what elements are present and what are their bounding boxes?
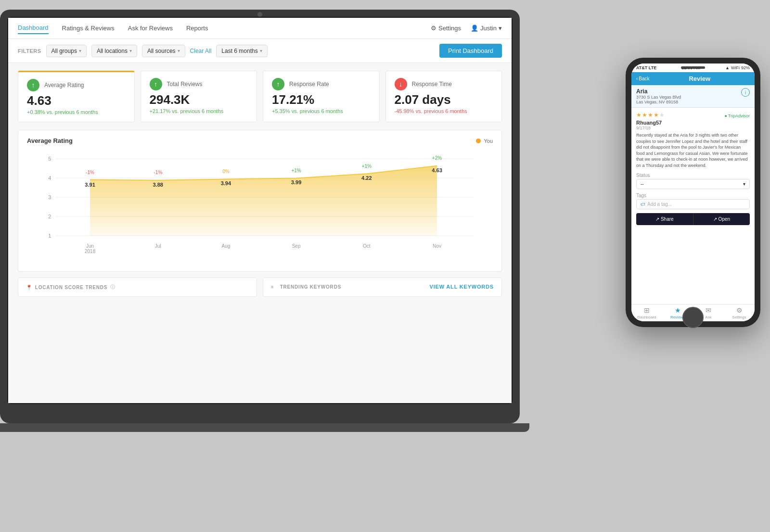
svg-text:Oct: Oct [363, 243, 371, 249]
svg-text:4.63: 4.63 [432, 167, 442, 173]
period-filter[interactable]: Last 6 months ▾ [216, 45, 267, 57]
trending-icon: ≡ [271, 284, 274, 290]
tags-input[interactable]: 🏷 Add a tag... [636, 199, 750, 209]
business-header: Aria 3730 S Las Vegas Blvd Las Vegas, NV… [631, 85, 755, 108]
sources-filter[interactable]: All sources ▾ [142, 45, 185, 57]
metric-card-average-rating: ↑ Average Rating 4.63 +0.38% vs. previou… [18, 71, 135, 122]
svg-text:1: 1 [48, 233, 51, 239]
chevron-left-icon: ‹ [636, 76, 638, 81]
svg-text:Aug: Aug [221, 243, 230, 249]
metric-card-response-rate: ↑ Response Rate 17.21% +5.35% vs. previo… [263, 71, 380, 122]
phone-device: AT&T LTE 11:03 AM ▲ WiFi 92% ‹ Back Revi… [626, 58, 760, 327]
legend-dot [476, 139, 481, 143]
info-button[interactable]: i [741, 88, 750, 97]
trending-keywords: ≡ TRENDING KEYWORDS View all keywords [263, 278, 502, 297]
metric-change: +21.17% vs. previous 6 months [150, 108, 248, 114]
metric-change: -45.98% vs. previous 6 months [395, 108, 493, 114]
tag-icon: 🏷 [641, 202, 645, 207]
svg-text:3.88: 3.88 [153, 182, 163, 188]
star-4: ★ [654, 112, 659, 118]
status-select[interactable]: -- ▾ [636, 179, 750, 189]
back-button[interactable]: ‹ Back [636, 76, 650, 81]
star-3: ★ [648, 112, 653, 118]
svg-text:4: 4 [48, 175, 51, 181]
chart-legend: You [476, 138, 493, 144]
gear-icon: ⚙ [431, 25, 436, 32]
nav-right: ⚙ Settings 👤 Justin ▾ [431, 25, 502, 32]
business-address: 3730 S Las Vegas Blvd [636, 95, 681, 100]
nav-reports[interactable]: Reports [186, 23, 208, 34]
metric-value: 294.3K [150, 92, 248, 107]
phone-screen: AT&T LTE 11:03 AM ▲ WiFi 92% ‹ Back Revi… [631, 63, 755, 321]
average-rating-chart: Average Rating You [18, 130, 502, 272]
svg-text:Nov: Nov [433, 243, 441, 249]
review-date: 9/17/18 [636, 126, 750, 130]
svg-text:3.91: 3.91 [85, 182, 95, 188]
tripadvisor-icon: ● [724, 114, 727, 118]
svg-text:Jul: Jul [155, 243, 161, 249]
battery-label: ▲ WiFi 92% [725, 65, 750, 70]
reviewer-name: Rhuang57 [636, 120, 750, 126]
filters-label: FILTERS [18, 48, 41, 54]
nav-ask-reviews[interactable]: Ask for Reviews [128, 23, 173, 34]
location-score-title: LOCATION SCORE TRENDS [35, 285, 108, 290]
share-button[interactable]: ↗ Share [636, 213, 693, 225]
phone-nav-title: Review [650, 75, 750, 82]
filters-bar: FILTERS All groups ▾ All locations ▾ All… [8, 39, 512, 63]
chart-svg: 5 4 3 2 1 [27, 149, 493, 265]
chevron-down-icon: ▾ [260, 48, 262, 53]
trend-down-icon: ↓ [395, 78, 407, 90]
metric-label: Response Time [412, 81, 452, 88]
svg-text:+1%: +1% [362, 164, 372, 169]
laptop-screen: Dashboard Ratings & Reviews Ask for Revi… [8, 18, 512, 403]
settings-icon: ⚙ [736, 306, 743, 314]
open-button[interactable]: ↗ Open [693, 213, 750, 225]
phone-speaker [681, 66, 705, 69]
groups-filter[interactable]: All groups ▾ [46, 45, 87, 57]
tags-label: Tags [636, 193, 750, 198]
main-nav: Dashboard Ratings & Reviews Ask for Revi… [8, 18, 512, 39]
trend-up-icon: ↑ [272, 78, 284, 90]
laptop-camera [257, 12, 262, 17]
trend-up-icon: ↑ [150, 78, 162, 90]
metric-value: 4.63 [27, 93, 126, 108]
nav-dashboard[interactable]: Dashboard [18, 22, 49, 34]
chevron-down-icon: ▾ [79, 48, 81, 53]
open-icon: ↗ [713, 216, 717, 222]
phone-nav-dashboard[interactable]: ⊞ Dashboard [631, 306, 662, 319]
print-dashboard-button[interactable]: Print Dashboard [439, 44, 502, 58]
carrier-label: AT&T LTE [636, 65, 656, 70]
laptop-device: Dashboard Ratings & Reviews Ask for Revi… [0, 10, 520, 423]
review-text: Recently stayed at the Aria for 3 nights… [636, 132, 750, 169]
phone-home-button[interactable] [682, 307, 704, 328]
signal-icon: ▲ [725, 65, 730, 70]
svg-text:-1%: -1% [154, 170, 162, 175]
view-all-keywords-link[interactable]: View all keywords [430, 284, 494, 290]
chart-svg-container: 5 4 3 2 1 [27, 149, 493, 265]
svg-text:2018: 2018 [85, 249, 96, 254]
metric-change: +0.38% vs. previous 6 months [27, 109, 126, 115]
svg-text:Jun: Jun [86, 243, 94, 249]
metric-change: +5.35% vs. previous 6 months [272, 108, 371, 114]
locations-filter[interactable]: All locations ▾ [91, 45, 137, 57]
phone-nav-settings[interactable]: ⚙ Settings [724, 306, 755, 319]
chevron-down-icon: ▾ [178, 48, 180, 53]
dashboard-icon: ⊞ [644, 306, 650, 314]
nav-ratings-reviews[interactable]: Ratings & Reviews [62, 23, 115, 34]
svg-text:2: 2 [48, 214, 51, 219]
svg-text:0%: 0% [222, 169, 230, 174]
location-score-trends: 📍 LOCATION SCORE TRENDS ⓘ [18, 278, 257, 297]
trending-keywords-title: TRENDING KEYWORDS [280, 284, 342, 290]
svg-text:+2%: +2% [432, 155, 442, 161]
trend-up-icon: ↑ [27, 79, 39, 91]
metric-cards: ↑ Average Rating 4.63 +0.38% vs. previou… [18, 71, 502, 122]
star-2: ★ [642, 112, 647, 118]
review-actions: ↗ Share ↗ Open [636, 213, 750, 225]
settings-link[interactable]: ⚙ Settings [431, 25, 461, 32]
chart-title: Average Rating [27, 137, 73, 144]
clear-all-button[interactable]: Clear All [190, 48, 212, 54]
svg-text:5: 5 [48, 156, 51, 162]
chevron-down-icon: ▾ [743, 181, 745, 187]
user-menu[interactable]: 👤 Justin ▾ [471, 25, 502, 32]
chevron-down-icon: ▾ [499, 25, 502, 32]
